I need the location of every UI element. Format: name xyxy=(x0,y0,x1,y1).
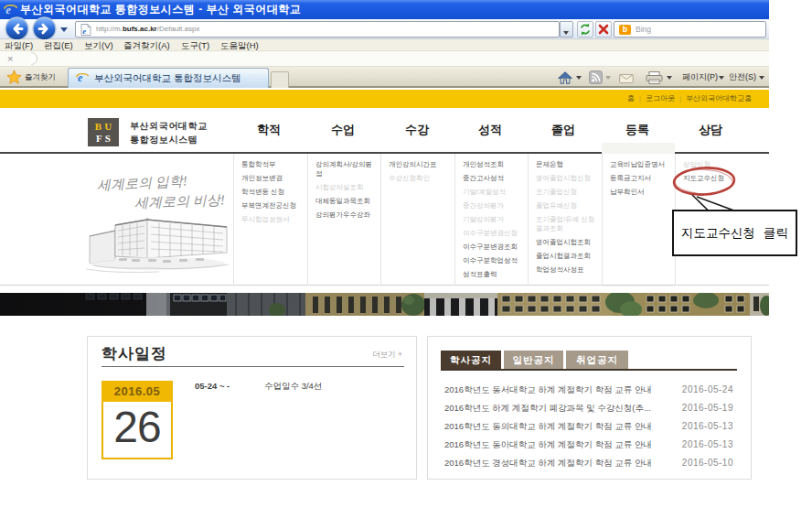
notice-title[interactable]: 2016학년도 하계 계절학기 폐강과목 및 수강신청(추... xyxy=(444,399,651,417)
calendar-month: 2016.05 xyxy=(102,381,173,402)
nav-item-2[interactable]: 수업 xyxy=(331,108,355,152)
mega-menu-item[interactable]: 납부확인서 xyxy=(610,188,670,197)
address-input[interactable]: e http://m.bufs.ac.kr/Default.aspx xyxy=(75,21,560,38)
calendar-date-widget[interactable]: 2016.05 26 xyxy=(102,381,173,459)
mega-menu-item[interactable]: 대체동일과목조회 xyxy=(315,197,376,206)
notice-title[interactable]: 2016학년도 동의대학교 하계 계절학기 학점 교류 안내 xyxy=(444,417,652,436)
menubar-item[interactable]: 즐겨찾기(A) xyxy=(123,39,170,51)
mega-menu-item[interactable]: 영어졸업시험신청 xyxy=(536,174,596,183)
mega-menu-item[interactable]: 개인정보변경 xyxy=(241,174,302,183)
notice-tab-3[interactable]: 취업공지 xyxy=(566,351,628,369)
rss-chevron-icon[interactable] xyxy=(605,75,611,80)
mega-menu-item[interactable]: 개인강의시간표 xyxy=(389,160,449,169)
utility-links: 홈|로그아웃|부산외국어대학교홈 xyxy=(627,90,752,108)
nav-item-1[interactable]: 학적 xyxy=(257,108,281,152)
mega-menu-item[interactable]: 기말/계절성적 xyxy=(463,188,523,197)
notice-tab-2[interactable]: 일반공지 xyxy=(504,351,563,369)
home-chevron-icon[interactable] xyxy=(576,75,582,80)
site-title-line1: 부산외국어대학교 xyxy=(130,119,208,133)
home-icon[interactable] xyxy=(558,71,572,84)
mega-menu-item[interactable]: 중간강의평가 xyxy=(463,201,523,211)
notice-row[interactable]: 2016학년도 경성대학교 하계 계절학기 학점 교류 안내2016-05-10 xyxy=(444,454,734,472)
favorites-star-icon[interactable] xyxy=(6,70,22,85)
page-content: 홈|로그아웃|부산외국어대학교홈 BU FS 부산외국어대학교 통합정보시스템 … xyxy=(0,90,769,529)
print-icon[interactable] xyxy=(646,71,663,84)
rss-icon[interactable] xyxy=(589,70,603,84)
menubar-item[interactable]: 도구(T) xyxy=(181,39,209,51)
menubar-item[interactable]: 편집(E) xyxy=(44,39,73,51)
stop-button[interactable] xyxy=(595,21,612,38)
utility-link[interactable]: 부산외국어대학교홈 xyxy=(686,94,752,103)
notice-tab-1[interactable]: 학사공지 xyxy=(441,351,501,369)
mega-menu-item[interactable]: 통합학적부 xyxy=(241,160,302,169)
notice-row[interactable]: 2016학년도 동서대학교 하계 계절학기 학점 교류 안내2016-05-24 xyxy=(444,381,734,399)
mega-menu-item[interactable]: 학업성적사정표 xyxy=(536,265,596,275)
notice-title[interactable]: 2016학년도 동서대학교 하계 계절학기 학점 교류 안내 xyxy=(444,381,652,399)
menu-bar: 파일(F)편집(E)보기(V)즐겨찾기(A)도구(T)도움말(H) xyxy=(0,39,769,51)
mega-menu-item[interactable]: 교육비납입증명서 xyxy=(610,160,670,169)
mega-menu-item[interactable]: 기말강의평가 xyxy=(463,215,523,224)
mega-menu-item[interactable]: 강의평가우수강좌 xyxy=(315,211,376,220)
mega-menu-item[interactable]: 성적표출력 xyxy=(463,270,523,279)
mega-menu-item[interactable]: 조기졸업신청 xyxy=(536,188,596,197)
mega-menu-item[interactable]: 졸업유예신청 xyxy=(536,201,596,211)
notice-row[interactable]: 2016학년도 동아대학교 하계 계절학기 학점 교류 안내2016-05-13 xyxy=(444,436,734,454)
callout-pointer-lines xyxy=(686,189,741,212)
page-doc-icon: e xyxy=(80,24,91,36)
forward-button[interactable] xyxy=(32,16,57,41)
notice-tabs-underline xyxy=(441,369,737,371)
close-toolbar-icon[interactable]: × xyxy=(7,53,13,65)
print-chevron-icon[interactable] xyxy=(667,75,672,80)
mega-menu-item[interactable]: 이수구분변경신청 xyxy=(463,229,523,238)
notice-row[interactable]: 2016학년도 하계 계절학기 폐강과목 및 수강신청(추...2016-05-… xyxy=(444,399,734,417)
nav-item-5[interactable]: 졸업 xyxy=(551,108,575,152)
new-tab-button[interactable] xyxy=(271,71,289,88)
back-button[interactable] xyxy=(5,16,29,41)
mega-menu-item[interactable]: 수강신청확인 xyxy=(389,174,449,183)
menubar-item[interactable]: 보기(V) xyxy=(84,39,113,51)
mail-icon[interactable] xyxy=(619,74,634,83)
mega-menu-item[interactable]: 문제은행 xyxy=(536,160,596,169)
site-title[interactable]: 부산외국어대학교 통합정보시스템 xyxy=(130,119,208,146)
mega-menu-item[interactable]: 무시험검정원서 xyxy=(241,215,302,224)
address-dropdown-button[interactable] xyxy=(560,21,573,38)
page-menu-button[interactable]: 페이지(P) xyxy=(682,67,718,88)
recent-pages-chevron-icon[interactable] xyxy=(60,27,68,32)
mega-menu-item[interactable]: 영어졸업시험조회 xyxy=(536,238,596,247)
svg-text:e: e xyxy=(82,27,86,36)
mega-menu-item[interactable]: 시험강의실조회 xyxy=(315,183,376,192)
notice-title[interactable]: 2016학년도 동아대학교 하계 계절학기 학점 교류 안내 xyxy=(444,436,652,454)
mega-menu-item[interactable]: 이수구분변경조회 xyxy=(463,243,523,252)
menubar-item[interactable]: 파일(F) xyxy=(5,39,33,51)
mega-menu-item[interactable]: 중간고사성적 xyxy=(463,174,523,183)
nav-item-3[interactable]: 수강 xyxy=(405,108,429,152)
mega-menu-item[interactable]: 개인성적조회 xyxy=(463,160,523,169)
notice-date: 2016-05-24 xyxy=(682,381,733,399)
notice-date: 2016-05-13 xyxy=(682,436,733,454)
menubar-item[interactable]: 도움말(H) xyxy=(220,39,259,51)
safety-menu-button[interactable]: 안전(S) xyxy=(729,67,756,88)
nav-item-4[interactable]: 성적 xyxy=(478,108,502,152)
favorites-button[interactable]: 즐겨찾기 xyxy=(25,67,56,88)
safety-chevron-icon[interactable] xyxy=(759,75,764,80)
mega-menu-item[interactable]: 졸업시험결과조회 xyxy=(536,252,596,261)
mega-menu-item[interactable]: 조기졸업/유예 신청 결과조회 xyxy=(536,215,596,233)
mega-menu-item[interactable]: 학적변동 신청 xyxy=(241,188,302,197)
mega-menu-item[interactable]: 이수구분학업성적 xyxy=(463,256,523,265)
nav-item-7[interactable]: 상담 xyxy=(699,108,722,152)
mega-menu-item[interactable]: 강의계획서/강의평점 xyxy=(315,160,376,178)
utility-link[interactable]: 로그아웃 xyxy=(646,94,675,103)
search-box[interactable]: b Bing xyxy=(614,21,766,38)
mega-menu-item[interactable]: 부복연계전공신청 xyxy=(241,201,302,211)
notice-date: 2016-05-13 xyxy=(682,417,733,436)
site-title-line2: 통합정보시스템 xyxy=(130,133,208,146)
refresh-button[interactable] xyxy=(577,21,593,38)
mega-menu-item[interactable]: 등록금고지서 xyxy=(610,174,670,183)
active-tab[interactable]: e 부산외국어대학교 통합정보시스템 xyxy=(68,68,269,88)
notice-title[interactable]: 2016학년도 경성대학교 하계 계절학기 학점 교류 안내 xyxy=(444,454,652,472)
page-chevron-icon[interactable] xyxy=(719,75,724,80)
notice-row[interactable]: 2016학년도 동의대학교 하계 계절학기 학점 교류 안내2016-05-13 xyxy=(444,417,734,436)
calendar-more-link[interactable]: 더보기 + xyxy=(372,350,402,361)
utility-link[interactable]: 홈 xyxy=(627,94,635,103)
bufs-logo[interactable]: BU FS xyxy=(88,118,119,146)
